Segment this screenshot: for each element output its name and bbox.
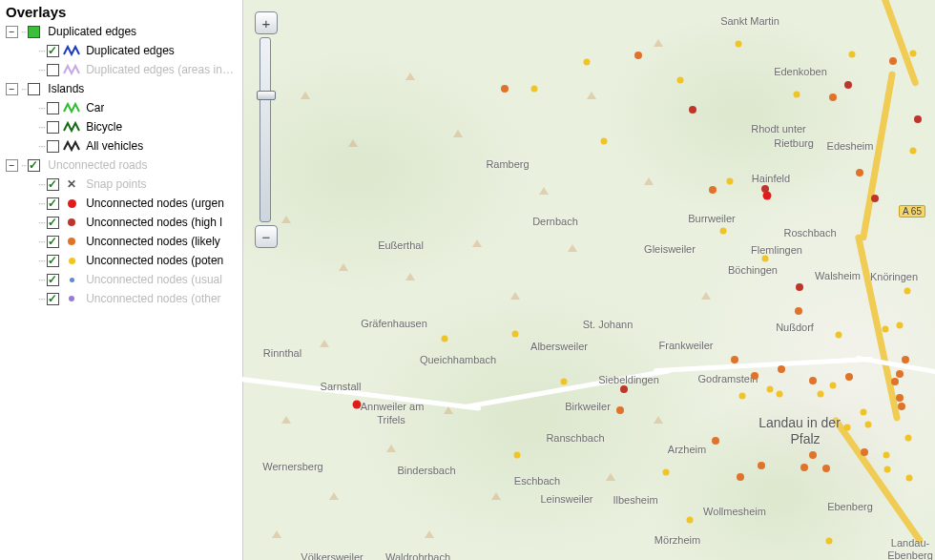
unconnected-node-likely[interactable]	[856, 169, 863, 176]
unconnected-node-likely[interactable]	[501, 85, 509, 93]
unconnected-node-potential[interactable]	[777, 391, 783, 398]
unconnected-node-likely[interactable]	[709, 186, 717, 194]
unconnected-node-potential[interactable]	[739, 393, 746, 400]
unconnected-node-likely[interactable]	[731, 356, 738, 363]
map-canvas[interactable]: A 65 + − EußerthalRambergDernbachGräfenh…	[243, 0, 935, 560]
checkbox-likely[interactable]	[47, 236, 59, 248]
group-duplicated-edges[interactable]: − ··· Duplicated edges	[6, 22, 242, 41]
unconnected-node-potential[interactable]	[883, 452, 890, 459]
unconnected-node-potential[interactable]	[904, 288, 911, 295]
layer-car[interactable]: ···· Car	[6, 98, 242, 117]
unconnected-node-potential[interactable]	[830, 383, 837, 389]
checkbox-bicycle[interactable]	[47, 121, 59, 134]
unconnected-node-potential[interactable]	[687, 517, 694, 524]
unconnected-node-potential[interactable]	[865, 422, 872, 428]
unconnected-node-likely[interactable]	[845, 373, 853, 381]
unconnected-node-potential[interactable]	[677, 77, 684, 84]
unconnected-node-potential[interactable]	[584, 59, 591, 66]
collapse-icon[interactable]: −	[6, 83, 18, 95]
unconnected-node-likely[interactable]	[898, 403, 905, 410]
unconnected-node-potential[interactable]	[844, 425, 851, 431]
unconnected-node-high[interactable]	[844, 81, 852, 89]
layer-potential[interactable]: ···· Unconnected nodes (poten	[6, 251, 242, 270]
unconnected-node-potential[interactable]	[897, 322, 904, 329]
unconnected-node-potential[interactable]	[849, 52, 856, 58]
unconnected-node-likely[interactable]	[829, 93, 837, 101]
layer-all-vehicles[interactable]: ···· All vehicles	[6, 136, 242, 156]
unconnected-node-likely[interactable]	[891, 378, 899, 385]
checkbox-islands-group[interactable]	[28, 83, 40, 95]
group-unconnected[interactable]: − ··· Unconnected roads	[6, 156, 242, 175]
unconnected-node-potential[interactable]	[826, 538, 833, 545]
zoom-handle[interactable]	[257, 91, 276, 100]
unconnected-node-urgent[interactable]	[353, 401, 362, 409]
checkbox-urgent[interactable]	[47, 197, 59, 210]
zoom-out-button[interactable]: −	[255, 225, 278, 248]
unconnected-node-likely[interactable]	[737, 473, 744, 481]
checkbox-high[interactable]	[47, 217, 59, 229]
unconnected-node-high[interactable]	[689, 106, 696, 114]
unconnected-node-potential[interactable]	[910, 148, 917, 155]
layer-high[interactable]: ···· Unconnected nodes (high l	[6, 213, 242, 232]
unconnected-node-likely[interactable]	[889, 57, 897, 65]
unconnected-node-potential[interactable]	[736, 41, 742, 48]
unconnected-node-likely[interactable]	[809, 451, 817, 459]
unconnected-node-high[interactable]	[871, 195, 879, 202]
checkbox-unconnected-group[interactable]	[28, 159, 40, 172]
unconnected-node-likely[interactable]	[795, 307, 802, 315]
checkbox-all-vehicles[interactable]	[47, 140, 59, 153]
layer-urgent[interactable]: ···· Unconnected nodes (urgen	[6, 194, 242, 213]
checkbox-usual[interactable]	[47, 274, 59, 286]
zoom-track[interactable]	[260, 37, 271, 222]
layer-duplicated-edges-areas[interactable]: ···· Duplicated edges (areas in…	[6, 60, 242, 79]
unconnected-node-potential[interactable]	[818, 391, 824, 398]
unconnected-node-likely[interactable]	[616, 406, 624, 414]
unconnected-node-potential[interactable]	[442, 336, 448, 342]
unconnected-node-high[interactable]	[796, 283, 803, 291]
unconnected-node-potential[interactable]	[906, 475, 913, 482]
unconnected-node-potential[interactable]	[905, 435, 912, 442]
checkbox-duplicated-group[interactable]	[28, 26, 40, 38]
layer-usual[interactable]: ···· Unconnected nodes (usual	[6, 270, 242, 289]
unconnected-node-potential[interactable]	[663, 469, 670, 476]
unconnected-node-potential[interactable]	[910, 51, 917, 57]
unconnected-node-likely[interactable]	[800, 464, 808, 471]
unconnected-node-potential[interactable]	[514, 452, 521, 459]
unconnected-node-high[interactable]	[620, 385, 628, 393]
unconnected-node-likely[interactable]	[896, 370, 904, 378]
unconnected-node-likely[interactable]	[758, 462, 765, 469]
unconnected-node-potential[interactable]	[762, 256, 769, 262]
unconnected-node-potential[interactable]	[720, 228, 727, 235]
layer-bicycle[interactable]: ···· Bicycle	[6, 117, 242, 136]
unconnected-node-potential[interactable]	[794, 92, 800, 98]
unconnected-node-likely[interactable]	[712, 437, 719, 445]
unconnected-node-likely[interactable]	[896, 394, 904, 402]
group-islands[interactable]: − ··· Islands	[6, 79, 242, 98]
collapse-icon[interactable]: −	[6, 26, 18, 38]
checkbox-snap[interactable]	[47, 178, 59, 191]
checkbox-car[interactable]	[47, 102, 59, 114]
checkbox-duplicated-edges-areas[interactable]	[47, 64, 59, 76]
unconnected-node-likely[interactable]	[778, 365, 785, 373]
checkbox-potential[interactable]	[47, 255, 59, 267]
collapse-icon[interactable]: −	[6, 159, 18, 172]
layer-likely[interactable]: ···· Unconnected nodes (likely	[6, 232, 242, 251]
unconnected-node-high[interactable]	[914, 115, 922, 123]
unconnected-node-likely[interactable]	[809, 377, 817, 384]
unconnected-node-potential[interactable]	[531, 86, 538, 93]
checkbox-other[interactable]	[47, 293, 59, 305]
unconnected-node-likely[interactable]	[822, 465, 830, 472]
layer-duplicated-edges[interactable]: ···· Duplicated edges	[6, 41, 242, 60]
zoom-in-button[interactable]: +	[255, 11, 278, 34]
unconnected-node-potential[interactable]	[861, 409, 867, 416]
unconnected-node-potential[interactable]	[883, 326, 889, 333]
unconnected-node-potential[interactable]	[561, 379, 568, 385]
unconnected-node-potential[interactable]	[836, 332, 842, 339]
layer-other[interactable]: ···· Unconnected nodes (other	[6, 289, 242, 308]
unconnected-node-potential[interactable]	[767, 386, 774, 393]
unconnected-node-potential[interactable]	[601, 138, 608, 145]
unconnected-node-likely[interactable]	[902, 356, 909, 363]
unconnected-node-likely[interactable]	[634, 52, 642, 59]
unconnected-node-likely[interactable]	[861, 448, 868, 456]
checkbox-duplicated-edges[interactable]	[47, 45, 59, 57]
